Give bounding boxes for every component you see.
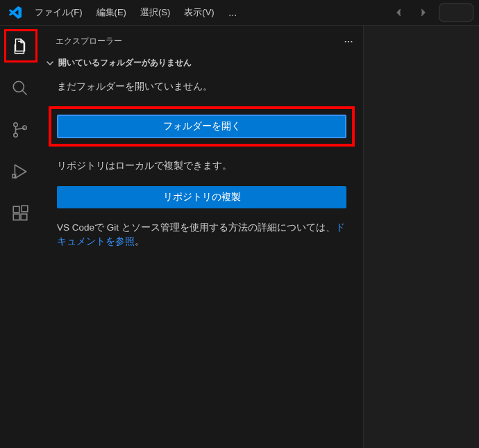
menu-view[interactable]: 表示(V) — [177, 2, 221, 23]
menu-edit[interactable]: 編集(E) — [90, 2, 133, 23]
editor-area — [364, 26, 479, 448]
command-center[interactable] — [439, 3, 473, 22]
welcome-content: まだフォルダーを開いていません。 フォルダーを開く リポジトリはローカルで複製で… — [40, 73, 363, 256]
svg-line-1 — [22, 90, 27, 95]
titlebar: ファイル(F) 編集(E) 選択(S) 表示(V) … — [0, 0, 479, 26]
sidebar-title: エクスプローラー — [56, 35, 122, 47]
svg-rect-6 — [13, 206, 19, 213]
no-folder-text: まだフォルダーを開いていません。 — [57, 80, 346, 94]
activity-explorer[interactable] — [3, 30, 37, 63]
nav-forward-icon[interactable] — [414, 3, 433, 22]
docs-text-prefix: VS Codeで Git とソース管理を使用する方法の詳細については、 — [57, 222, 335, 233]
docs-text: VS Codeで Git とソース管理を使用する方法の詳細については、ドキュメン… — [57, 221, 346, 249]
svg-point-2 — [14, 123, 17, 126]
menu-selection[interactable]: 選択(S) — [133, 2, 177, 23]
nav-back-icon[interactable] — [389, 3, 408, 22]
clone-repo-text: リポジトリはローカルで複製できます。 — [57, 159, 346, 173]
docs-text-suffix: 。 — [135, 236, 144, 247]
activity-extensions[interactable] — [3, 197, 37, 230]
clone-repo-button[interactable]: リポジトリの複製 — [57, 186, 346, 208]
activity-bar — [0, 26, 40, 448]
svg-rect-8 — [21, 214, 27, 220]
sidebar-header: エクスプローラー ··· — [40, 30, 363, 53]
sidebar-more-icon[interactable]: ··· — [344, 37, 353, 47]
menu-bar: ファイル(F) 編集(E) 選択(S) 表示(V) … — [28, 2, 244, 23]
section-header-label: 開いているフォルダーがありません — [58, 57, 192, 69]
svg-point-3 — [14, 133, 17, 137]
sidebar: エクスプローラー ··· 開いているフォルダーがありません まだフォルダーを開い… — [40, 26, 364, 448]
section-no-folder-header[interactable]: 開いているフォルダーがありません — [40, 53, 363, 73]
open-folder-highlight: フォルダーを開く — [49, 106, 355, 147]
svg-rect-9 — [22, 206, 28, 212]
chevron-down-icon — [44, 58, 56, 69]
menu-file[interactable]: ファイル(F) — [28, 2, 90, 23]
open-folder-button[interactable]: フォルダーを開く — [57, 115, 346, 138]
menu-overflow[interactable]: … — [221, 3, 244, 22]
activity-search[interactable] — [3, 72, 37, 105]
activity-source-control[interactable] — [3, 113, 37, 147]
activity-run-debug[interactable] — [3, 155, 37, 188]
vscode-logo-icon — [8, 6, 22, 19]
svg-point-0 — [13, 81, 24, 92]
svg-rect-7 — [13, 214, 19, 220]
